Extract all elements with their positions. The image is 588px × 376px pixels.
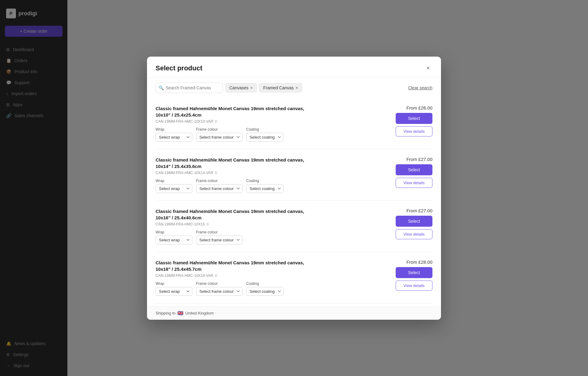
product-actions-0: From £26.00 Select View details xyxy=(383,105,432,136)
coating-option-group-1: Coating Select coating xyxy=(246,179,284,193)
product-item: Classic framed Hahnemühle Monet Canvas 1… xyxy=(156,149,432,201)
wrap-label-2: Wrap xyxy=(156,230,192,234)
wrap-option-group-2: Wrap Select wrap xyxy=(156,230,192,244)
view-details-button-3[interactable]: View details xyxy=(396,281,432,291)
product-actions-3: From £28.00 Select View details xyxy=(383,259,432,291)
frame-colour-select-2[interactable]: Select frame colour xyxy=(196,236,243,244)
product-price-0: From £26.00 xyxy=(406,105,432,110)
sku-text-0: CAN-19MM-FRA-HMC-10X10-VAR xyxy=(156,119,213,124)
frame-colour-label-1: Frame colour xyxy=(196,179,243,183)
filter-label-framed-canvas: Framed Canvas xyxy=(263,85,294,90)
view-details-button-1[interactable]: View details xyxy=(396,178,432,188)
wrap-option-group-3: Wrap Select wrap xyxy=(156,281,192,296)
product-info-0: Classic framed Hahnemühle Monet Canvas 1… xyxy=(156,105,379,142)
filter-remove-framed-canvas[interactable]: × xyxy=(296,86,298,90)
select-button-3[interactable]: Select xyxy=(396,267,432,278)
copy-sku-icon-3[interactable]: ⎘ xyxy=(215,274,217,278)
view-details-button-2[interactable]: View details xyxy=(396,229,432,239)
coating-label-0: Coating xyxy=(246,127,284,132)
product-item: Classic framed Hahnemühle Monet Canvas 1… xyxy=(156,252,432,303)
modal-footer: Shipping to 🇬🇧 United Kingdom xyxy=(147,306,441,320)
product-info-2: Classic framed Hahnemühle Monet Canvas 1… xyxy=(156,208,379,244)
coating-select-3[interactable]: Select coating xyxy=(246,287,284,296)
frame-colour-label-3: Frame colour xyxy=(196,281,243,286)
copy-sku-icon-2[interactable]: ⎘ xyxy=(207,222,209,226)
frame-colour-select-0[interactable]: Select frame colour xyxy=(196,133,243,142)
frame-colour-select-3[interactable]: Select frame colour xyxy=(196,287,243,296)
filter-tag-framed-canvas: Framed Canvas× xyxy=(259,83,302,92)
wrap-select-1[interactable]: Select wrap xyxy=(156,184,192,193)
product-title-0: Classic framed Hahnemühle Monet Canvas 1… xyxy=(156,105,379,118)
country-flag: 🇬🇧 xyxy=(177,310,183,316)
coating-select-0[interactable]: Select coating xyxy=(246,133,284,142)
product-title-3: Classic framed Hahnemühle Monet Canvas 1… xyxy=(156,259,379,272)
select-button-0[interactable]: Select xyxy=(396,113,432,124)
modal-close-button[interactable]: × xyxy=(424,64,432,73)
product-item: Classic framed Hahnemühle Monet Canvas 1… xyxy=(156,303,432,306)
frame-colour-label-0: Frame colour xyxy=(196,127,243,132)
frame-colour-label-2: Frame colour xyxy=(196,230,243,234)
frame-colour-option-group-0: Frame colour Select frame colour xyxy=(196,127,243,142)
filter-label-canvases: Canvases xyxy=(229,85,248,90)
product-price-2: From £27.00 xyxy=(406,208,432,213)
shipping-label-prefix: Shipping to xyxy=(156,311,175,315)
product-sku-1: CAN-19MM-FRA-HMC-10X14-VAR ⎘ xyxy=(156,171,379,175)
wrap-select-3[interactable]: Select wrap xyxy=(156,287,192,296)
product-info-1: Classic framed Hahnemühle Monet Canvas 1… xyxy=(156,157,379,193)
coating-label-1: Coating xyxy=(246,179,284,183)
wrap-label-3: Wrap xyxy=(156,281,192,286)
product-title-2: Classic framed Hahnemühle Monet Canvas 1… xyxy=(156,208,379,221)
frame-colour-option-group-3: Frame colour Select frame colour xyxy=(196,281,243,296)
coating-option-group-3: Coating Select coating xyxy=(246,281,284,296)
wrap-label-1: Wrap xyxy=(156,179,192,183)
select-product-modal: Select product × 🔍 Canvases×Framed Canva… xyxy=(147,57,441,320)
filter-tag-canvases: Canvases× xyxy=(225,83,257,92)
product-list: Classic framed Hahnemühle Monet Canvas 1… xyxy=(156,98,432,306)
search-input[interactable] xyxy=(156,83,223,93)
wrap-option-group-1: Wrap Select wrap xyxy=(156,179,192,193)
modal-header: Select product × xyxy=(147,57,441,78)
copy-sku-icon-0[interactable]: ⎘ xyxy=(215,119,217,124)
search-icon: 🔍 xyxy=(159,85,164,90)
product-options-3: Wrap Select wrap Frame colour Select fra… xyxy=(156,281,379,296)
copy-sku-icon-1[interactable]: ⎘ xyxy=(215,171,217,175)
product-sku-2: CAN-19MM-FRA-HMC-10X16 ⎘ xyxy=(156,222,379,226)
product-info-3: Classic framed Hahnemühle Monet Canvas 1… xyxy=(156,259,379,296)
wrap-select-0[interactable]: Select wrap xyxy=(156,133,192,142)
sku-text-1: CAN-19MM-FRA-HMC-10X14-VAR xyxy=(156,171,213,175)
modal-search-bar: 🔍 Canvases×Framed Canvas× Clear search xyxy=(147,78,441,98)
frame-colour-select-1[interactable]: Select frame colour xyxy=(196,184,243,193)
product-sku-3: CAN-19MM-FRA-HMC-10X18-VAR ⎘ xyxy=(156,274,379,278)
product-actions-2: From £27.00 Select View details xyxy=(383,208,432,239)
product-item: Classic framed Hahnemühle Monet Canvas 1… xyxy=(156,98,432,149)
sku-text-3: CAN-19MM-FRA-HMC-10X18-VAR xyxy=(156,274,213,278)
coating-select-1[interactable]: Select coating xyxy=(246,184,284,193)
wrap-label-0: Wrap xyxy=(156,127,192,132)
modal-overlay: Select product × 🔍 Canvases×Framed Canva… xyxy=(0,0,588,376)
product-sku-0: CAN-19MM-FRA-HMC-10X10-VAR ⎘ xyxy=(156,119,379,124)
product-options-1: Wrap Select wrap Frame colour Select fra… xyxy=(156,179,379,193)
sku-text-2: CAN-19MM-FRA-HMC-10X16 xyxy=(156,222,205,226)
frame-colour-option-group-1: Frame colour Select frame colour xyxy=(196,179,243,193)
modal-body: Classic framed Hahnemühle Monet Canvas 1… xyxy=(147,98,441,306)
wrap-select-2[interactable]: Select wrap xyxy=(156,236,192,244)
wrap-option-group-0: Wrap Select wrap xyxy=(156,127,192,142)
product-title-1: Classic framed Hahnemühle Monet Canvas 1… xyxy=(156,157,379,169)
select-button-2[interactable]: Select xyxy=(396,216,432,227)
product-price-1: From £27.00 xyxy=(406,157,432,162)
view-details-button-0[interactable]: View details xyxy=(396,126,432,136)
clear-search-button[interactable]: Clear search xyxy=(408,85,432,90)
filter-tags: Canvases×Framed Canvas× xyxy=(225,83,302,92)
product-options-2: Wrap Select wrap Frame colour Select fra… xyxy=(156,230,379,244)
product-item: Classic framed Hahnemühle Monet Canvas 1… xyxy=(156,201,432,252)
search-input-wrap: 🔍 xyxy=(156,83,223,93)
coating-label-3: Coating xyxy=(246,281,284,286)
filter-remove-canvases[interactable]: × xyxy=(250,86,253,90)
product-price-3: From £28.00 xyxy=(406,259,432,265)
country-name: United Kingdom xyxy=(185,311,214,315)
select-button-1[interactable]: Select xyxy=(396,164,432,175)
product-actions-1: From £27.00 Select View details xyxy=(383,157,432,188)
frame-colour-option-group-2: Frame colour Select frame colour xyxy=(196,230,243,244)
modal-title: Select product xyxy=(156,64,202,72)
product-options-0: Wrap Select wrap Frame colour Select fra… xyxy=(156,127,379,142)
